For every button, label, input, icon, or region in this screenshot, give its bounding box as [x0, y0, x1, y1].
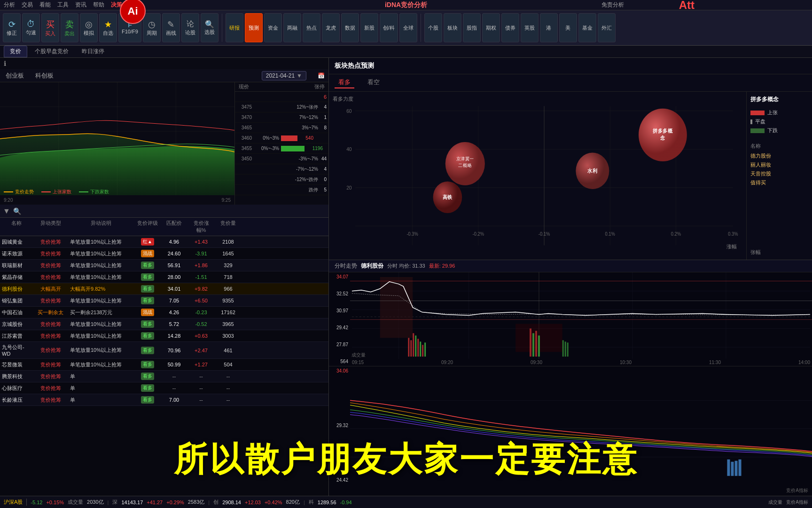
status-tab-shenzhen[interactable]: 沪深A股 [4, 499, 27, 506]
stock-row-13[interactable]: 心脉医疗 竞价抢筹 单 看多 -- -- -- [0, 382, 328, 394]
toolbar-btn-block[interactable]: 板块 [444, 13, 461, 42]
svg-text:0.2%: 0.2% [671, 231, 681, 237]
tab-gegu-zaopan[interactable]: 个股早盘竞价 [29, 46, 74, 57]
toolbar-btn-gegu[interactable]: 个股 [424, 13, 442, 42]
stock-row-12[interactable]: 腾景科技 竞价抢筹 单 看多 -- -- -- [0, 371, 328, 382]
toolbar-btn-period[interactable]: ◷周期 [143, 13, 161, 42]
toolbar-btn-bond[interactable]: 债券 [501, 13, 519, 42]
toolbar-btn-timer[interactable]: ⏱匀速 [22, 13, 40, 42]
bubble-legend-panel: 拼多多概念 上张 平盘 [746, 92, 812, 260]
legend-stock-1[interactable]: 德力股份 [750, 152, 808, 159]
calendar-btn[interactable]: 📅 [318, 72, 325, 79]
toolbar-btn-discuss[interactable]: 论论股 [181, 13, 199, 42]
legend-label-zhangfu: 张幅 [750, 249, 808, 256]
toolbar-btn-us[interactable]: 美 [559, 13, 577, 42]
legend-stock-3[interactable]: 天音控股 [750, 170, 808, 177]
toolbar-btn-option[interactable]: 期权 [482, 13, 500, 42]
top-nav-bar: 分析 交易 看能 工具 资讯 帮助 决策 Ai iDNA竞价分析 免责分析 At… [0, 0, 812, 10]
date-picker[interactable]: 2021-04-21 ▼ [262, 71, 306, 80]
toolbar-btn-newstock[interactable]: 新股 [360, 13, 378, 42]
tab-yesterday-up[interactable]: 昨日涨停 [76, 46, 110, 57]
toolbar-btn-fix[interactable]: ⟳修正 [3, 13, 21, 42]
legend-stock-4[interactable]: 值得买 [750, 179, 808, 186]
nav-fenxi[interactable]: 分析 [4, 1, 15, 9]
toolbar-btn-select[interactable]: 🔍选股 [201, 13, 219, 42]
area-chart: 竞价走势 上张家数 下跌家数 9:20 [0, 82, 234, 205]
legend-label-name: 名称 [750, 143, 808, 150]
stock-row-3[interactable]: 联瑞新材 竞价抢筹 单笔放量10%以上抢筹 看多 56.91 +1.86 329 [0, 260, 328, 271]
help-icon[interactable]: ℹ [4, 60, 6, 67]
tab-jingpia[interactable]: 竞价 [4, 46, 27, 57]
detail-latest: 最新: 29.96 [429, 262, 455, 270]
status-shen-val: 14143.17 [121, 500, 143, 505]
stock-row-10[interactable]: 九号公司-WD 竞价抢筹 单笔放量10%以上抢筹 看多 70.96 +2.47 … [0, 342, 328, 359]
svg-rect-59 [562, 340, 564, 357]
bubble-header: 板块热点预测 [329, 58, 812, 74]
svg-rect-51 [420, 341, 421, 357]
nav-zixun[interactable]: 资讯 [75, 1, 86, 9]
toolbar-btn-simulate[interactable]: ◎模拟 [80, 13, 98, 42]
toolbar-btn-hk[interactable]: 港 [540, 13, 558, 42]
toolbar-btn-research[interactable]: 研报 [226, 13, 243, 42]
filter-icon[interactable]: ▼ [3, 207, 10, 215]
svg-text:高铁: 高铁 [443, 194, 453, 200]
nav-bangzhu[interactable]: 帮助 [93, 1, 104, 9]
stock-row-2[interactable]: 诺禾致源 竞价抢筹 单笔放量10%以上抢筹 混战 24.60 -3.91 164… [0, 248, 328, 260]
search-icon[interactable]: 🔍 [13, 207, 21, 215]
toolbar-btn-margin[interactable]: 两融 [283, 13, 301, 42]
nav-gongju[interactable]: 工具 [57, 1, 69, 9]
status-ke-chg: -0.94 [340, 500, 352, 505]
calendar-icon: ▼ [297, 72, 302, 79]
stock-row-1[interactable]: 园城黄金 竞价抢筹 单笔放量10%以上抢筹 红▲ 4.96 +1.43 2108 [0, 236, 328, 248]
toolbar-btn-hot[interactable]: 热点 [303, 13, 320, 42]
stock-row-9[interactable]: 江苏索普 竞价抢筹 单笔放量10%以上抢筹 看多 14.28 +0.63 300… [0, 330, 328, 342]
subtab-kechuang[interactable]: 科创板 [33, 71, 55, 81]
help-row: ℹ [0, 58, 328, 69]
toolbar-btn-sci[interactable]: 创/科 [380, 13, 398, 42]
svg-rect-66 [731, 462, 734, 476]
bubble-tabs-bar: 看多 看空 [329, 74, 812, 92]
toolbar-btn-capital[interactable]: 资金 [264, 13, 282, 42]
svg-rect-58 [538, 335, 540, 357]
toolbar-btn-forecast[interactable]: 预测 [245, 13, 263, 42]
stock-row-8[interactable]: 京城股份 竞价抢筹 单笔放量10%以上抢筹 看多 5.72 -0.52 3965 [0, 318, 328, 330]
toolbar-btn-uk[interactable]: 英股 [521, 13, 539, 42]
toolbar-btn-buy[interactable]: 买买入 [41, 13, 59, 42]
col-change: 竞价涨幅% [187, 219, 215, 235]
toolbar-btn-dragon[interactable]: 龙虎 [322, 13, 340, 42]
status-sep1: | [108, 500, 109, 505]
chart-legend: 竞价走势 上张家数 下跌家数 [4, 189, 109, 195]
stock-detail-section: 分时走势 德利股份 分时 均价: 31.33 最新: 29.96 34.07 3… [329, 260, 812, 496]
toolbar-btn-sell[interactable]: 卖卖出 [61, 13, 78, 42]
toolbar-btn-global[interactable]: 全球 [399, 13, 417, 42]
svg-rect-55 [530, 328, 531, 357]
status-chuang-chg: +12.03 [245, 500, 261, 505]
toolbar-btn-data[interactable]: 数据 [341, 13, 359, 42]
bubble-tab-bearish[interactable]: 看空 [364, 77, 383, 88]
stock-row-14[interactable]: 长龄液压 竞价抢筹 单 看多 7.00 -- -- [0, 394, 328, 406]
nav-kanneng[interactable]: 看能 [39, 1, 51, 9]
status-chuang-label: 创 [213, 499, 219, 506]
list-column-headers: 名称 异动类型 异动说明 竞价评级 匹配价 竞价涨幅% 竞价量 [0, 218, 328, 236]
time-axis: 9:20 9:25 [0, 198, 234, 203]
stock-row-6[interactable]: 锦弘集团 竞价抢筹 单笔放量10%以上抢筹 看多 7.05 +6.50 9355 [0, 295, 328, 307]
stock-row-7[interactable]: 中国石油 买一剩余太 买一剩余2138万元 混战 4.26 -0.23 1716… [0, 307, 328, 318]
toolbar-btn-favorites[interactable]: ★自选 [99, 13, 117, 42]
toolbar-btn-index[interactable]: 股指 [463, 13, 481, 42]
toolbar-btn-forex[interactable]: 外汇 [598, 13, 616, 42]
svg-rect-46 [408, 338, 409, 357]
nav-jiaoyi[interactable]: 交易 [22, 1, 33, 9]
toolbar-btn-draw[interactable]: ✎画线 [162, 13, 180, 42]
stock-row-11[interactable]: 芯昱微装 竞价抢筹 单笔放量10%以上抢筹 看多 50.99 +1.27 504 [0, 359, 328, 371]
status-bar: 沪深A股 -5.12 +0.15% 成交量 2030亿 | 深 14143.17… [0, 496, 812, 508]
toolbar-btn-fund[interactable]: 基金 [578, 13, 596, 42]
col-vol: 竞价量 [215, 219, 241, 235]
status-shen-vol: 2583亿 [188, 499, 204, 506]
subtab-chuangye[interactable]: 创业板 [4, 71, 26, 81]
stock-row-4[interactable]: 紫晶存储 竞价抢筹 单笔放量10%以上抢筹 看多 28.00 -1.51 718 [0, 271, 328, 283]
svg-rect-47 [410, 340, 412, 357]
nav-mianzeyu[interactable]: 免责分析 [601, 1, 624, 9]
stock-row-5[interactable]: 德利股份 大幅高开 大幅高开9.82% 看多 34.01 +9.82 966 [0, 283, 328, 295]
bubble-tab-bullish[interactable]: 看多 [335, 77, 354, 88]
legend-stock-2[interactable]: 丽人丽妆 [750, 161, 808, 168]
